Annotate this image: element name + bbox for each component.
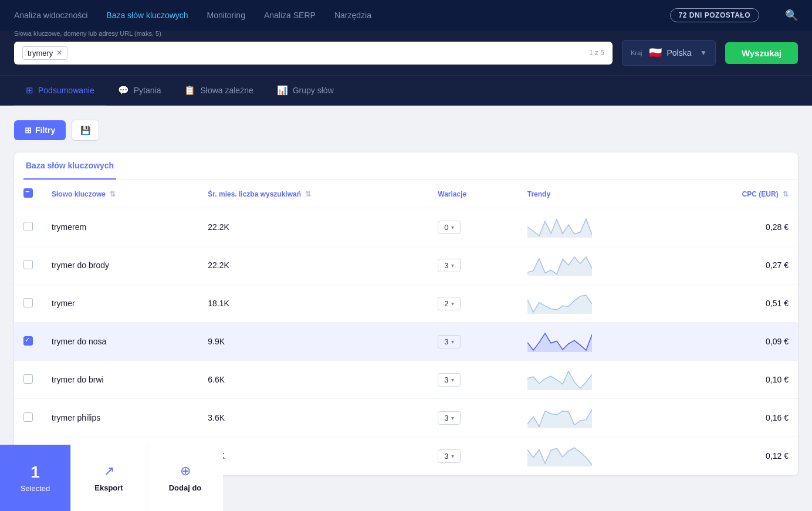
filter-button-label: Filtry	[35, 126, 55, 135]
col-variations: Wariacje	[428, 180, 517, 208]
row-checkbox-cell	[14, 361, 42, 399]
chevron-down-icon: ▾	[451, 300, 454, 307]
toolbar: ⊞ Filtry 💾	[14, 120, 798, 141]
nav-baza-slow-kluczowych[interactable]: Baza słów kluczowych	[106, 8, 188, 22]
variation-badge[interactable]: 3▾	[438, 259, 460, 272]
country-select[interactable]: Kraj 🇵🇱 Polska ▼	[622, 40, 716, 66]
col-keyword: Słowo kluczowe ⇅	[42, 180, 198, 208]
group-icon: 📊	[277, 85, 288, 96]
row-keyword: trymer do brwi	[42, 361, 198, 399]
row-checkbox-cell	[14, 208, 42, 246]
table-row: trymer do nosa 9.9K 3▾ 0,09 €	[14, 323, 798, 361]
row-volume: 22.2K	[198, 208, 428, 246]
row-trends	[518, 361, 675, 399]
col-trends: Trendy	[518, 180, 675, 208]
variation-badge[interactable]: 3▾	[438, 411, 460, 425]
filter-icon: ⊞	[25, 126, 32, 135]
question-icon: 💬	[118, 85, 129, 96]
svg-marker-2	[527, 295, 592, 314]
row-cpc: 0,16 €	[675, 399, 798, 437]
subnav-podsumowanie-label: Podsumowanie	[38, 86, 94, 95]
row-keyword: trymer	[42, 285, 198, 323]
subnav-slowa-zalezne[interactable]: 📋 Słowa zależne	[172, 76, 265, 106]
chevron-down-icon: ▼	[700, 49, 707, 57]
row-checkbox[interactable]	[23, 412, 33, 422]
row-checkbox[interactable]	[23, 298, 33, 307]
export-label: Eksport	[94, 483, 123, 492]
filter-button[interactable]: ⊞ Filtry	[14, 120, 66, 140]
table-row: trymerem 22.2K 0▾ 0,28 €	[14, 208, 798, 246]
keyword-counter: 1 z 5	[589, 49, 604, 57]
row-cpc: 0,09 €	[675, 323, 798, 361]
table-row: trymer 18.1K 2▾ 0,51 €	[14, 285, 798, 323]
subnav-grupy-slow[interactable]: 📊 Grupy słów	[265, 76, 346, 106]
svg-marker-5	[527, 410, 592, 428]
table-row: trymer do brwi 6.6K 3▾ 0,10 €	[14, 361, 798, 399]
keyword-tag: trymery ✕	[22, 46, 67, 60]
select-all-checkbox[interactable]	[23, 188, 33, 198]
table-wrap: Baza słów kluczowych Słowo kluczowe ⇅ Śr…	[14, 153, 798, 475]
row-checkbox[interactable]	[23, 222, 33, 231]
table-tab-label[interactable]: Baza słów kluczowych	[23, 153, 116, 180]
float-spacer	[223, 445, 812, 511]
variation-badge[interactable]: 3▾	[438, 373, 460, 387]
poland-flag-icon: 🇵🇱	[649, 46, 662, 59]
grid-icon: ⊞	[26, 85, 33, 96]
search-button[interactable]: Wyszukaj	[725, 42, 798, 64]
save-button[interactable]: 💾	[72, 120, 99, 141]
tab-row: Baza słów kluczowych	[14, 153, 798, 180]
row-checkbox-cell	[14, 323, 42, 361]
row-checkbox[interactable]	[23, 260, 33, 269]
row-checkbox-cell	[14, 399, 42, 437]
subnav-slowa-zalezne-label: Słowa zależne	[200, 86, 253, 95]
variation-badge[interactable]: 2▾	[438, 297, 460, 310]
row-trends	[518, 246, 675, 285]
chevron-down-icon: ▾	[451, 339, 454, 345]
keyword-tag-close[interactable]: ✕	[56, 49, 62, 57]
row-cpc: 0,51 €	[675, 285, 798, 323]
save-icon: 💾	[80, 126, 90, 135]
row-cpc: 0,28 €	[675, 208, 798, 246]
float-bar: 1 Selected ↗ Eksport ⊕ Dodaj do	[0, 445, 812, 511]
row-cpc: 0,27 €	[675, 246, 798, 285]
subnav-grupy-slow-label: Grupy słów	[293, 86, 334, 95]
row-keyword: trymer do brody	[42, 246, 198, 285]
row-trends	[518, 323, 675, 361]
export-icon: ↗	[104, 463, 114, 479]
nav-monitoring[interactable]: Monitoring	[207, 8, 245, 22]
table-row: trymer do brody 22.2K 3▾ 0,27 €	[14, 246, 798, 285]
country-label: Kraj	[631, 49, 642, 56]
row-checkbox-cell	[14, 285, 42, 323]
row-variations: 3▾	[428, 361, 517, 399]
subnav-pytania-label: Pytania	[134, 86, 161, 95]
row-checkbox[interactable]	[23, 374, 33, 384]
add-label: Dodaj do	[169, 483, 202, 492]
nav-analiza-widocznosci[interactable]: Analiza widoczności	[14, 8, 87, 22]
row-volume: 6.6K	[198, 361, 428, 399]
row-keyword: trymer do nosa	[42, 323, 198, 361]
row-volume: 9.9K	[198, 323, 428, 361]
row-checkbox[interactable]	[23, 336, 33, 346]
row-variations: 3▾	[428, 399, 517, 437]
add-to-button[interactable]: ⊕ Dodaj do	[147, 445, 223, 511]
variation-badge[interactable]: 0▾	[438, 221, 460, 234]
trial-badge: 72 DNI POZOSTAŁO	[670, 8, 759, 22]
selected-label: Selected	[21, 484, 50, 493]
input-label: Słowa kluczowe, domeny lub adresy URL (m…	[14, 30, 161, 37]
subnav-podsumowanie[interactable]: ⊞ Podsumowanie	[14, 76, 106, 106]
subnav-pytania[interactable]: 💬 Pytania	[106, 76, 173, 106]
row-trends	[518, 208, 675, 246]
export-button[interactable]: ↗ Eksport	[70, 445, 147, 511]
top-nav: Analiza widoczności Baza słów kluczowych…	[0, 0, 812, 31]
chevron-down-icon: ▾	[451, 377, 454, 383]
nav-analiza-serp[interactable]: Analiza SERP	[264, 8, 316, 22]
row-variations: 3▾	[428, 246, 517, 285]
row-keyword: trymer philips	[42, 399, 198, 437]
search-icon[interactable]: 🔍	[785, 9, 798, 22]
row-checkbox-cell	[14, 246, 42, 285]
table-row: trymer philips 3.6K 3▾ 0,16 €	[14, 399, 798, 437]
selected-count-panel: 1 Selected	[0, 445, 70, 511]
nav-narzedzia[interactable]: Narzędzia	[334, 8, 371, 22]
row-variations: 2▾	[428, 285, 517, 323]
variation-badge[interactable]: 3▾	[438, 335, 460, 348]
